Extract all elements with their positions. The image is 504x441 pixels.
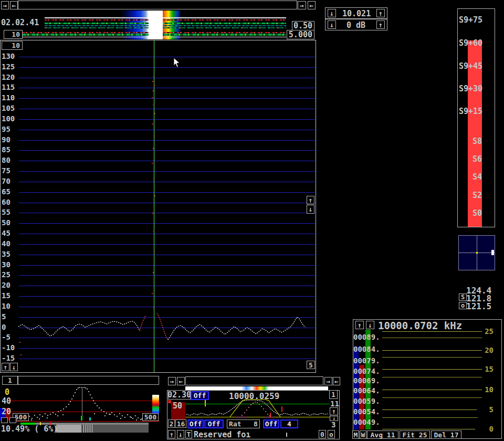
plot-shift-down-button[interactable]: ↓ bbox=[10, 363, 18, 371]
trace-main-noise-left bbox=[18, 321, 140, 336]
waterfall-speed-value[interactable]: 5.000 bbox=[287, 30, 314, 39]
main-y-label: 60 bbox=[2, 198, 10, 206]
bl-mini-box1[interactable] bbox=[1, 417, 8, 423]
frequency-control: ↓ 10.021 ↑ bbox=[325, 7, 387, 19]
bb-down2-button[interactable]: ↓ bbox=[177, 430, 184, 438]
main-grid-line bbox=[19, 286, 315, 286]
bb-waterfall-smudge bbox=[242, 386, 269, 390]
bb-off1-button[interactable]: Off bbox=[191, 391, 209, 400]
afc-button-avg-11[interactable]: Avg 11 bbox=[367, 430, 398, 439]
bb-zero-box[interactable]: 0 bbox=[319, 430, 326, 438]
main-y-label: 5 bbox=[2, 313, 6, 320]
afc-row-label: 00054. bbox=[353, 408, 380, 415]
scale-shift-right2-button[interactable]: → bbox=[298, 1, 306, 9]
main-grid-line bbox=[19, 255, 315, 255]
smeter-scale-label: S6 bbox=[472, 155, 482, 163]
main-y-label: 90 bbox=[2, 136, 10, 143]
afc-button-m[interactable]: M bbox=[352, 430, 359, 439]
afc-button-w[interactable]: W bbox=[360, 430, 366, 439]
bl-one-box[interactable]: 1 bbox=[2, 376, 18, 385]
main-y-label: 100 bbox=[2, 115, 15, 122]
main-y-label: 10 bbox=[2, 302, 10, 310]
scale-shift-right-button[interactable]: → bbox=[1, 1, 9, 9]
top-frequency-scale[interactable] bbox=[18, 1, 297, 9]
s-reading-box[interactable]: S bbox=[459, 293, 467, 301]
bb-pink-seg1 bbox=[235, 417, 247, 417]
bb-down-button[interactable]: ↓ bbox=[330, 416, 338, 421]
afc-scale-label: 25 bbox=[482, 328, 494, 335]
bb-one-box[interactable]: 1 bbox=[329, 390, 338, 399]
bb-pink-seg2 bbox=[265, 417, 274, 417]
frequency-up-button[interactable]: ↑ bbox=[376, 9, 385, 17]
bb-frequency-scale[interactable] bbox=[185, 376, 323, 385]
bb-off4-button[interactable]: Off bbox=[263, 419, 279, 428]
waterfall-zoom-value[interactable]: 0.50 bbox=[292, 21, 314, 30]
main-y-label: 95 bbox=[2, 125, 10, 133]
bb-up2-button[interactable]: ↑ bbox=[168, 430, 175, 438]
plot-corner-value[interactable]: 5 bbox=[307, 361, 315, 369]
plot-scroll-up-button[interactable]: ↑ bbox=[307, 196, 314, 204]
smeter-scale-label: S0 bbox=[472, 209, 482, 217]
mouse-cursor bbox=[173, 57, 181, 68]
bb-sixteen-box[interactable]: 16 bbox=[175, 419, 186, 428]
bb-off2-button[interactable]: Off bbox=[187, 419, 204, 428]
waterfall-timestamp: 02.02.41 bbox=[1, 19, 39, 27]
dots-main-center-signal bbox=[19, 76, 155, 355]
smeter-scale-label: S9+45 bbox=[459, 62, 482, 70]
bl-green-tick bbox=[81, 416, 82, 421]
main-grid-line bbox=[19, 213, 315, 213]
gain-up-button[interactable]: ↑ bbox=[376, 20, 385, 29]
bl-redline-20 bbox=[10, 412, 152, 412]
main-y-label: 20 bbox=[2, 281, 10, 289]
trace-main-signal-left bbox=[140, 316, 145, 331]
bb-rat-box[interactable]: Rat 8 bbox=[227, 419, 260, 428]
bb-up-button[interactable]: ↑ bbox=[330, 407, 338, 415]
bl-500-right[interactable]: 500 bbox=[142, 413, 159, 421]
bl-redline-40 bbox=[10, 401, 152, 401]
afc-button-fit-25[interactable]: Fit 25 bbox=[400, 430, 430, 439]
center-frequency-line bbox=[154, 40, 154, 372]
main-grid-line bbox=[19, 203, 315, 203]
waterfall-white-core bbox=[149, 10, 163, 39]
bb-t-box[interactable]: T bbox=[185, 430, 192, 438]
main-y-label: 80 bbox=[2, 156, 10, 164]
gain-down-button[interactable]: ↓ bbox=[328, 20, 336, 29]
bb-scale-left2-button[interactable]: ← bbox=[333, 377, 340, 385]
afc-scale-label: 20 bbox=[482, 346, 494, 354]
main-plot-gain-box[interactable]: 10 bbox=[2, 41, 23, 50]
afc-data-line bbox=[382, 357, 482, 358]
main-grid-line bbox=[19, 234, 315, 234]
main-y-label: 15 bbox=[2, 292, 10, 299]
scale-shift-left-button[interactable]: ← bbox=[10, 1, 18, 9]
azel-box[interactable] bbox=[458, 235, 495, 270]
bb-scale-right2-button[interactable]: → bbox=[324, 377, 332, 385]
bl-frequency-scale[interactable] bbox=[18, 376, 159, 385]
bl-mini-box2[interactable] bbox=[9, 417, 16, 423]
scale-shift-left2-button[interactable]: ← bbox=[308, 1, 316, 9]
waterfall-gain-box[interactable]: 10 bbox=[4, 30, 23, 39]
bb-scale-right-button[interactable]: → bbox=[168, 377, 176, 385]
afc-row-label: 00049. bbox=[353, 418, 380, 426]
main-y-label: 120 bbox=[2, 74, 15, 81]
afc-button-del-17[interactable]: Del 17 bbox=[431, 430, 461, 439]
bl-40-label: 40 bbox=[2, 397, 11, 405]
plot-scroll-down-button[interactable]: ↓ bbox=[307, 205, 314, 214]
main-y-label: 70 bbox=[2, 177, 10, 185]
afc-up-button[interactable]: ↑ bbox=[355, 321, 364, 329]
afc-down-button[interactable]: ↓ bbox=[366, 321, 374, 329]
bb-two-box[interactable]: 2 bbox=[168, 419, 175, 428]
bl-buffer-lines bbox=[83, 425, 93, 433]
afc-scale-label: 15 bbox=[482, 365, 494, 373]
frequency-down-button[interactable]: ↓ bbox=[328, 9, 336, 17]
main-grid-line bbox=[19, 98, 315, 99]
main-grid-line bbox=[19, 359, 315, 359]
plot-shift-up-button[interactable]: ↑ bbox=[2, 363, 9, 371]
afc-scale-line bbox=[382, 331, 482, 332]
bb-o-box[interactable]: o bbox=[328, 430, 335, 438]
main-y-label: 35 bbox=[2, 250, 10, 258]
bb-off3-button[interactable]: Off bbox=[204, 419, 224, 428]
afc-data-line bbox=[382, 397, 482, 398]
bb-scale-left-button[interactable]: ← bbox=[177, 377, 185, 385]
o-reading-box[interactable]: o bbox=[459, 302, 467, 309]
bb-four-box[interactable]: 4 bbox=[280, 419, 298, 428]
